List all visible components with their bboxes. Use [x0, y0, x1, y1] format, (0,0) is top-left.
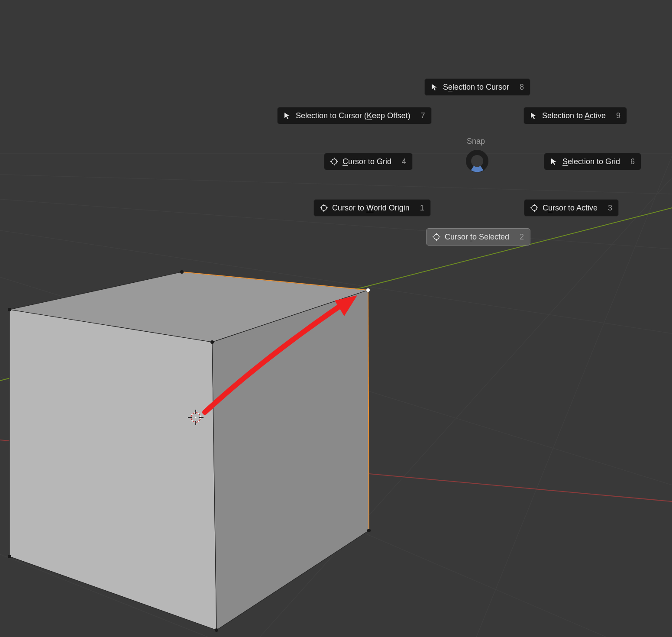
pie-item-shortcut: 9 — [616, 111, 620, 120]
pie-item-shortcut: 2 — [520, 233, 524, 242]
pie-selection-to-cursor-keep-offset[interactable]: Selection to Cursor (Keep Offset) 7 — [277, 107, 432, 124]
pie-item-shortcut: 7 — [421, 111, 425, 120]
pie-selection-to-active[interactable]: Selection to Active 9 — [523, 107, 627, 124]
svg-point-46 — [434, 234, 439, 239]
pie-item-label: Selection to Cursor (Keep Offset) — [296, 111, 410, 120]
pie-item-label: Cursor to World Origin — [332, 204, 410, 213]
svg-point-36 — [321, 205, 326, 210]
pie-item-shortcut: 3 — [608, 204, 612, 213]
pie-cursor-to-world-origin[interactable]: Cursor to World Origin 1 — [313, 199, 431, 217]
pie-item-label: Cursor to Active — [543, 204, 598, 213]
pie-item-label: Selection to Grid — [562, 157, 620, 166]
cursor-target-icon — [530, 204, 538, 212]
pie-selection-to-cursor[interactable]: Selection to Cursor 8 — [424, 78, 530, 96]
svg-point-18 — [8, 555, 11, 558]
pie-menu-title: Snap — [467, 137, 485, 146]
svg-point-20 — [367, 529, 371, 532]
cursor-target-icon — [433, 233, 440, 241]
pie-cursor-to-selected[interactable]: Cursor to Selected 2 — [426, 228, 530, 246]
svg-point-41 — [532, 205, 537, 210]
cursor-arrow-icon — [431, 83, 439, 91]
cursor-target-icon — [330, 158, 338, 165]
svg-point-21 — [366, 288, 370, 292]
svg-point-19 — [215, 628, 218, 632]
cursor-target-icon — [320, 204, 328, 212]
pie-item-label: Cursor to Grid — [342, 157, 391, 166]
pie-item-label: Cursor to Selected — [445, 233, 509, 242]
pie-item-label: Selection to Cursor — [443, 83, 509, 92]
pie-selection-to-grid[interactable]: Selection to Grid 6 — [544, 153, 641, 170]
pie-item-shortcut: 8 — [520, 83, 524, 92]
svg-point-17 — [210, 340, 214, 344]
pie-item-shortcut: 4 — [402, 157, 406, 166]
pie-cursor-to-grid[interactable]: Cursor to Grid 4 — [324, 153, 413, 170]
svg-point-31 — [332, 159, 337, 164]
svg-point-16 — [180, 270, 184, 274]
scene-3d — [0, 0, 672, 637]
pie-item-shortcut: 6 — [630, 157, 635, 166]
cursor-arrow-icon — [284, 112, 291, 120]
cursor-arrow-icon — [530, 112, 538, 120]
cursor-arrow-icon — [550, 158, 558, 165]
svg-point-15 — [8, 308, 11, 311]
pie-item-label: Selection to Active — [542, 111, 606, 120]
pie-cursor-to-active[interactable]: Cursor to Active 3 — [524, 199, 619, 217]
viewport-3d[interactable]: Snap Selection to Cursor 8 Selection to … — [0, 0, 672, 637]
pie-item-shortcut: 1 — [420, 204, 424, 213]
pie-menu-ring — [465, 149, 489, 173]
